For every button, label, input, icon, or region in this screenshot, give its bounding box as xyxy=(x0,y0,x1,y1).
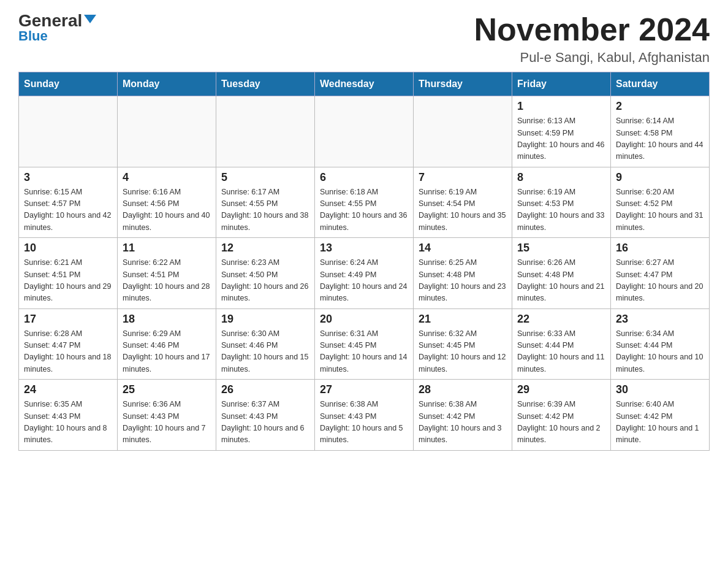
header-row: Sunday Monday Tuesday Wednesday Thursday… xyxy=(19,72,710,96)
day-info: Sunrise: 6:38 AM Sunset: 4:43 PM Dayligh… xyxy=(320,399,408,446)
day-number: 21 xyxy=(419,313,507,326)
calendar-cell: 12Sunrise: 6:23 AM Sunset: 4:50 PM Dayli… xyxy=(216,238,315,309)
day-number: 19 xyxy=(221,313,309,326)
day-number: 2 xyxy=(616,100,704,113)
header-tuesday: Tuesday xyxy=(216,72,315,96)
calendar-cell: 3Sunrise: 6:15 AM Sunset: 4:57 PM Daylig… xyxy=(19,167,118,238)
logo-blue-text: Blue xyxy=(18,29,48,43)
day-number: 20 xyxy=(320,313,408,326)
day-info: Sunrise: 6:39 AM Sunset: 4:42 PM Dayligh… xyxy=(517,399,605,446)
calendar-cell: 6Sunrise: 6:18 AM Sunset: 4:55 PM Daylig… xyxy=(315,167,414,238)
calendar-cell: 24Sunrise: 6:35 AM Sunset: 4:43 PM Dayli… xyxy=(19,380,118,451)
day-number: 25 xyxy=(123,383,211,396)
calendar-cell: 22Sunrise: 6:33 AM Sunset: 4:44 PM Dayli… xyxy=(512,308,611,380)
day-info: Sunrise: 6:24 AM Sunset: 4:49 PM Dayligh… xyxy=(320,257,408,305)
header-friday: Friday xyxy=(512,72,611,96)
calendar-cell: 8Sunrise: 6:19 AM Sunset: 4:53 PM Daylig… xyxy=(512,167,611,238)
day-number: 9 xyxy=(616,171,704,184)
logo-general-text: General xyxy=(18,12,82,29)
page-title: November 2024 xyxy=(474,12,710,47)
day-info: Sunrise: 6:35 AM Sunset: 4:43 PM Dayligh… xyxy=(24,399,112,446)
day-number: 14 xyxy=(419,242,507,255)
header-sunday: Sunday xyxy=(19,72,118,96)
calendar-cell xyxy=(315,96,414,167)
header-thursday: Thursday xyxy=(414,72,512,96)
day-info: Sunrise: 6:15 AM Sunset: 4:57 PM Dayligh… xyxy=(24,186,112,234)
calendar-cell: 13Sunrise: 6:24 AM Sunset: 4:49 PM Dayli… xyxy=(315,238,414,309)
calendar-cell: 15Sunrise: 6:26 AM Sunset: 4:48 PM Dayli… xyxy=(512,238,611,309)
calendar-cell: 4Sunrise: 6:16 AM Sunset: 4:56 PM Daylig… xyxy=(118,167,216,238)
day-info: Sunrise: 6:21 AM Sunset: 4:51 PM Dayligh… xyxy=(24,257,112,305)
calendar-week-5: 24Sunrise: 6:35 AM Sunset: 4:43 PM Dayli… xyxy=(19,380,710,451)
calendar-cell: 20Sunrise: 6:31 AM Sunset: 4:45 PM Dayli… xyxy=(315,308,414,380)
day-info: Sunrise: 6:14 AM Sunset: 4:58 PM Dayligh… xyxy=(616,115,704,163)
calendar-cell: 28Sunrise: 6:38 AM Sunset: 4:42 PM Dayli… xyxy=(414,380,512,451)
day-info: Sunrise: 6:30 AM Sunset: 4:46 PM Dayligh… xyxy=(221,328,309,376)
day-info: Sunrise: 6:31 AM Sunset: 4:45 PM Dayligh… xyxy=(320,328,408,376)
logo-triangle-icon xyxy=(84,15,96,23)
calendar-week-4: 17Sunrise: 6:28 AM Sunset: 4:47 PM Dayli… xyxy=(19,308,710,380)
calendar-cell: 23Sunrise: 6:34 AM Sunset: 4:44 PM Dayli… xyxy=(611,308,710,380)
day-info: Sunrise: 6:32 AM Sunset: 4:45 PM Dayligh… xyxy=(419,328,507,376)
logo: General Blue xyxy=(18,12,96,43)
calendar-cell: 1Sunrise: 6:13 AM Sunset: 4:59 PM Daylig… xyxy=(512,96,611,167)
calendar-cell: 10Sunrise: 6:21 AM Sunset: 4:51 PM Dayli… xyxy=(19,238,118,309)
day-number: 27 xyxy=(320,383,408,396)
day-number: 13 xyxy=(320,242,408,255)
day-number: 10 xyxy=(24,242,112,255)
day-info: Sunrise: 6:37 AM Sunset: 4:43 PM Dayligh… xyxy=(221,399,309,446)
day-info: Sunrise: 6:26 AM Sunset: 4:48 PM Dayligh… xyxy=(517,257,605,305)
day-number: 11 xyxy=(123,242,211,255)
page-header: General Blue November 2024 Pul-e Sangi, … xyxy=(18,12,710,66)
calendar-cell: 5Sunrise: 6:17 AM Sunset: 4:55 PM Daylig… xyxy=(216,167,315,238)
calendar-cell: 25Sunrise: 6:36 AM Sunset: 4:43 PM Dayli… xyxy=(118,380,216,451)
day-number: 15 xyxy=(517,242,605,255)
day-info: Sunrise: 6:19 AM Sunset: 4:54 PM Dayligh… xyxy=(419,186,507,234)
day-number: 24 xyxy=(24,383,112,396)
calendar-cell xyxy=(216,96,315,167)
calendar-cell: 14Sunrise: 6:25 AM Sunset: 4:48 PM Dayli… xyxy=(414,238,512,309)
calendar-cell: 11Sunrise: 6:22 AM Sunset: 4:51 PM Dayli… xyxy=(118,238,216,309)
calendar-cell: 2Sunrise: 6:14 AM Sunset: 4:58 PM Daylig… xyxy=(611,96,710,167)
day-number: 28 xyxy=(419,383,507,396)
calendar-table: Sunday Monday Tuesday Wednesday Thursday… xyxy=(18,72,710,451)
calendar-week-1: 1Sunrise: 6:13 AM Sunset: 4:59 PM Daylig… xyxy=(19,96,710,167)
day-info: Sunrise: 6:40 AM Sunset: 4:42 PM Dayligh… xyxy=(616,399,704,446)
calendar-cell: 30Sunrise: 6:40 AM Sunset: 4:42 PM Dayli… xyxy=(611,380,710,451)
day-info: Sunrise: 6:28 AM Sunset: 4:47 PM Dayligh… xyxy=(24,328,112,376)
calendar-cell: 29Sunrise: 6:39 AM Sunset: 4:42 PM Dayli… xyxy=(512,380,611,451)
day-number: 16 xyxy=(616,242,704,255)
day-info: Sunrise: 6:13 AM Sunset: 4:59 PM Dayligh… xyxy=(517,115,605,163)
day-info: Sunrise: 6:20 AM Sunset: 4:52 PM Dayligh… xyxy=(616,186,704,234)
day-number: 6 xyxy=(320,171,408,184)
day-number: 12 xyxy=(221,242,309,255)
calendar-cell: 7Sunrise: 6:19 AM Sunset: 4:54 PM Daylig… xyxy=(414,167,512,238)
day-info: Sunrise: 6:23 AM Sunset: 4:50 PM Dayligh… xyxy=(221,257,309,305)
day-number: 8 xyxy=(517,171,605,184)
day-number: 29 xyxy=(517,383,605,396)
header-wednesday: Wednesday xyxy=(315,72,414,96)
calendar-cell: 21Sunrise: 6:32 AM Sunset: 4:45 PM Dayli… xyxy=(414,308,512,380)
day-info: Sunrise: 6:19 AM Sunset: 4:53 PM Dayligh… xyxy=(517,186,605,234)
day-info: Sunrise: 6:38 AM Sunset: 4:42 PM Dayligh… xyxy=(419,399,507,446)
calendar-cell: 16Sunrise: 6:27 AM Sunset: 4:47 PM Dayli… xyxy=(611,238,710,309)
calendar-cell: 27Sunrise: 6:38 AM Sunset: 4:43 PM Dayli… xyxy=(315,380,414,451)
page-subtitle: Pul-e Sangi, Kabul, Afghanistan xyxy=(474,50,710,66)
calendar-cell xyxy=(19,96,118,167)
day-number: 23 xyxy=(616,313,704,326)
day-info: Sunrise: 6:16 AM Sunset: 4:56 PM Dayligh… xyxy=(123,186,211,234)
day-info: Sunrise: 6:29 AM Sunset: 4:46 PM Dayligh… xyxy=(123,328,211,376)
calendar-cell: 26Sunrise: 6:37 AM Sunset: 4:43 PM Dayli… xyxy=(216,380,315,451)
day-info: Sunrise: 6:17 AM Sunset: 4:55 PM Dayligh… xyxy=(221,186,309,234)
calendar-cell: 19Sunrise: 6:30 AM Sunset: 4:46 PM Dayli… xyxy=(216,308,315,380)
calendar-cell xyxy=(414,96,512,167)
calendar-week-2: 3Sunrise: 6:15 AM Sunset: 4:57 PM Daylig… xyxy=(19,167,710,238)
day-info: Sunrise: 6:27 AM Sunset: 4:47 PM Dayligh… xyxy=(616,257,704,305)
day-info: Sunrise: 6:25 AM Sunset: 4:48 PM Dayligh… xyxy=(419,257,507,305)
day-number: 3 xyxy=(24,171,112,184)
day-info: Sunrise: 6:18 AM Sunset: 4:55 PM Dayligh… xyxy=(320,186,408,234)
calendar-header: Sunday Monday Tuesday Wednesday Thursday… xyxy=(19,72,710,96)
calendar-week-3: 10Sunrise: 6:21 AM Sunset: 4:51 PM Dayli… xyxy=(19,238,710,309)
day-number: 1 xyxy=(517,100,605,113)
day-info: Sunrise: 6:33 AM Sunset: 4:44 PM Dayligh… xyxy=(517,328,605,376)
